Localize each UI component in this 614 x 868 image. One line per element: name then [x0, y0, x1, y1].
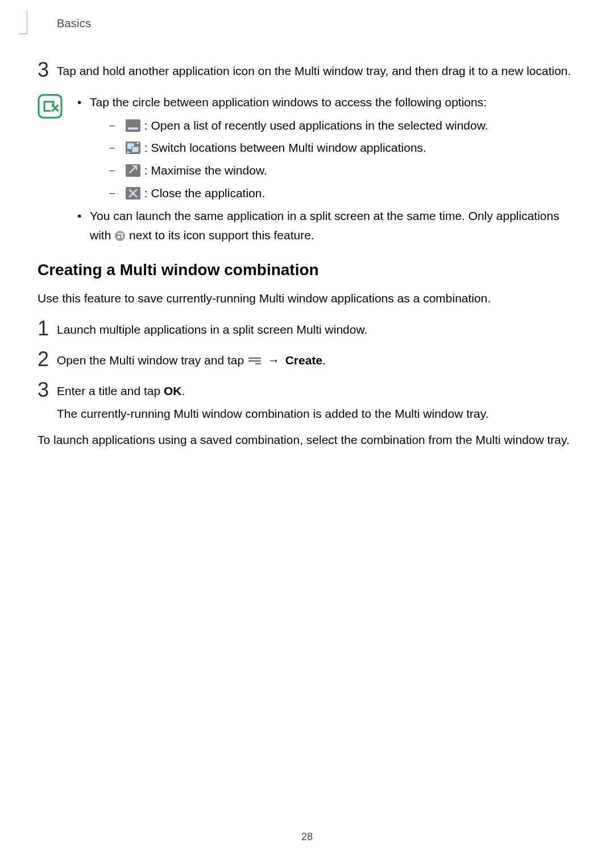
section2-step-3-text-c: . [181, 384, 185, 397]
tip-bullet-2-text-b: next to its icon support this feature. [129, 229, 314, 242]
step-number-3: 3 [38, 60, 57, 80]
breadcrumb: Basics [57, 17, 576, 30]
section2-step-3-text-a: Enter a title and tap [57, 384, 164, 397]
tip-bullet-1-text: Tap the circle between application windo… [90, 95, 487, 109]
ok-label: OK [164, 384, 182, 397]
svg-rect-1 [126, 119, 140, 132]
create-label: Create [285, 354, 322, 367]
tip-subitem-recent-text: : Open a list of recently used applicati… [141, 119, 488, 132]
maximise-icon [125, 164, 141, 177]
step-3-text: Tap and hold another application icon on… [57, 60, 576, 80]
switch-windows-icon [125, 141, 141, 155]
header-tick-mark [19, 11, 27, 34]
tip-subitem-switch-text: : Switch locations between Multi window … [141, 141, 426, 154]
recent-apps-icon [125, 119, 141, 132]
section2-step-2-text-c: . [322, 354, 326, 367]
content-area: 3 Tap and hold another application icon … [38, 60, 576, 448]
tip-subitem-close-text: : Close the application. [141, 186, 265, 200]
tip-bullet-1: Tap the circle between application windo… [74, 93, 576, 203]
tip-subitem-maximise: : Maximise the window. [90, 160, 576, 181]
tray-edit-icon [247, 356, 262, 364]
tip-subitem-close: : Close the application. [90, 183, 576, 203]
arrow-icon: → [265, 351, 282, 369]
section2-step-3-text: Enter a title and tap OK. [57, 380, 576, 400]
tip-body: Tap the circle between application windo… [63, 93, 576, 245]
step-3-row: 3 Tap and hold another application icon … [38, 60, 576, 80]
tip-bullet-2: You can launch the same application in a… [74, 206, 576, 244]
section2-outro: To launch applications using a saved com… [38, 431, 576, 449]
svg-rect-2 [128, 127, 138, 130]
tip-subitem-recent: : Open a list of recently used applicati… [90, 115, 576, 136]
section2-step-2-text-a: Open the Multi window tray and tap [57, 354, 247, 367]
section2-step-1-text: Launch multiple applications in a split … [57, 318, 576, 339]
page-number: 28 [0, 831, 614, 843]
section2-step-1: 1 Launch multiple applications in a spli… [38, 318, 576, 339]
tip-block: Tap the circle between application windo… [38, 93, 576, 245]
section2-intro: Use this feature to save currently-runni… [38, 289, 576, 308]
heading-creating-combination: Creating a Multi window combination [38, 261, 576, 279]
close-app-icon [125, 186, 141, 200]
section2-step-2: 2 Open the Multi window tray and tap → C… [38, 349, 576, 369]
svg-rect-5 [132, 147, 139, 152]
page: Basics 3 Tap and hold another applicatio… [0, 0, 614, 868]
multiwindow-badge-icon [114, 230, 126, 242]
step-number-1: 1 [38, 318, 57, 339]
step-number-2: 2 [38, 349, 57, 369]
step-number-3b: 3 [38, 380, 57, 400]
note-icon [38, 94, 63, 119]
tip-subitem-switch: : Switch locations between Multi window … [90, 138, 576, 158]
section2-step-2-text: Open the Multi window tray and tap → Cre… [57, 349, 576, 369]
section2-step-3: 3 Enter a title and tap OK. [38, 380, 576, 400]
tip-subitem-maximise-text: : Maximise the window. [141, 164, 267, 177]
section2-step-3-sub: The currently-running Multi window combi… [57, 405, 576, 423]
